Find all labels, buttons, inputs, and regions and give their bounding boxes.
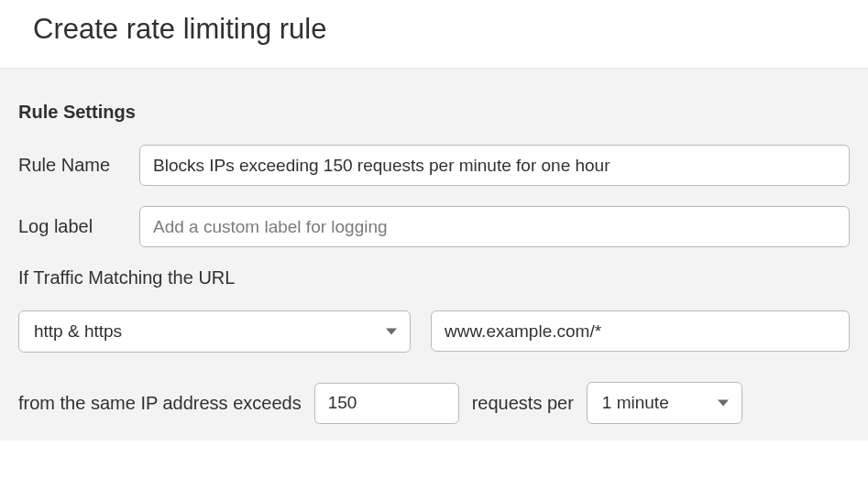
threshold-prefix-label: from the same IP address exceeds	[18, 393, 302, 414]
chevron-down-icon	[386, 329, 397, 335]
threshold-mid-label: requests per	[472, 393, 574, 414]
page-title: Create rate limiting rule	[33, 13, 850, 46]
rule-name-input[interactable]	[139, 145, 850, 186]
rule-settings-panel: Rule Settings Rule Name Log label If Tra…	[0, 68, 868, 440]
scheme-select[interactable]: http & https	[18, 310, 411, 353]
threshold-row: from the same IP address exceeds request…	[18, 382, 850, 424]
time-period-value: 1 minute	[602, 393, 669, 413]
log-label-input[interactable]	[139, 206, 850, 247]
log-label-label: Log label	[18, 216, 126, 237]
url-pattern-input[interactable]	[431, 310, 850, 352]
log-label-row: Log label	[18, 206, 850, 247]
traffic-heading: If Traffic Matching the URL	[18, 267, 850, 288]
request-count-input[interactable]	[314, 383, 459, 424]
rule-name-label: Rule Name	[18, 155, 126, 176]
time-period-select[interactable]: 1 minute	[587, 382, 742, 424]
rule-name-row: Rule Name	[18, 145, 850, 186]
url-match-row: http & https	[18, 310, 850, 353]
scheme-select-value: http & https	[34, 321, 122, 342]
chevron-down-icon	[718, 400, 729, 407]
section-title: Rule Settings	[18, 102, 850, 123]
